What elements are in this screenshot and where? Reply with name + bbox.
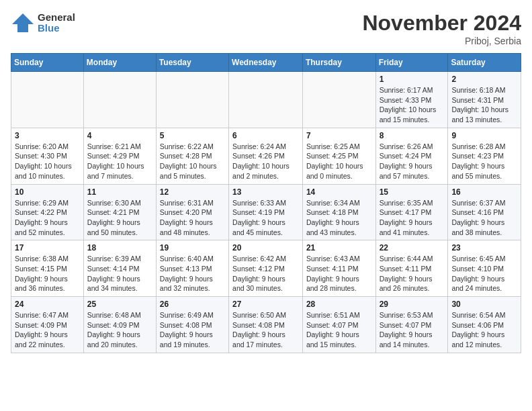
day-info: Sunrise: 6:53 AM Sunset: 4:07 PM Dayligh… [380,310,445,350]
calendar-cell: 28Sunrise: 6:51 AM Sunset: 4:07 PM Dayli… [302,297,375,353]
day-number: 26 [160,300,225,309]
calendar-cell: 22Sunrise: 6:44 AM Sunset: 4:11 PM Dayli… [375,240,448,297]
day-info: Sunrise: 6:39 AM Sunset: 4:14 PM Dayligh… [87,254,152,293]
location: Priboj, Serbia [362,36,521,46]
calendar-cell: 12Sunrise: 6:31 AM Sunset: 4:20 PM Dayli… [156,184,228,240]
calendar-cell: 26Sunrise: 6:49 AM Sunset: 4:08 PM Dayli… [156,297,228,353]
calendar-cell: 17Sunrise: 6:38 AM Sunset: 4:15 PM Dayli… [11,240,84,297]
day-number: 16 [451,187,517,197]
day-info: Sunrise: 6:38 AM Sunset: 4:15 PM Dayligh… [15,254,80,293]
calendar-week-3: 10Sunrise: 6:29 AM Sunset: 4:22 PM Dayli… [11,184,521,240]
calendar-cell: 14Sunrise: 6:34 AM Sunset: 4:18 PM Dayli… [302,184,375,240]
calendar-cell [83,72,156,128]
day-header-thursday: Thursday [302,54,375,72]
day-info: Sunrise: 6:24 AM Sunset: 4:26 PM Dayligh… [232,142,299,181]
day-info: Sunrise: 6:37 AM Sunset: 4:16 PM Dayligh… [451,198,517,238]
day-header-wednesday: Wednesday [229,54,303,72]
day-number: 3 [15,131,80,140]
day-info: Sunrise: 6:35 AM Sunset: 4:17 PM Dayligh… [380,198,445,238]
day-info: Sunrise: 6:47 AM Sunset: 4:09 PM Dayligh… [15,310,80,350]
logo-general-text: General [38,12,75,24]
day-number: 8 [380,131,445,140]
day-info: Sunrise: 6:31 AM Sunset: 4:20 PM Dayligh… [160,198,225,238]
calendar-cell: 23Sunrise: 6:45 AM Sunset: 4:10 PM Dayli… [448,240,521,297]
day-number: 13 [232,187,299,197]
calendar-week-4: 17Sunrise: 6:38 AM Sunset: 4:15 PM Dayli… [11,240,521,297]
day-info: Sunrise: 6:33 AM Sunset: 4:19 PM Dayligh… [232,198,299,238]
day-number: 5 [160,131,225,140]
logo-text: General Blue [38,12,75,34]
day-info: Sunrise: 6:22 AM Sunset: 4:28 PM Dayligh… [160,142,225,181]
day-number: 11 [87,187,152,197]
day-number: 10 [15,187,80,197]
calendar-cell: 9Sunrise: 6:28 AM Sunset: 4:23 PM Daylig… [448,128,521,184]
day-number: 19 [160,243,225,253]
calendar-cell [11,72,84,128]
calendar-week-2: 3Sunrise: 6:20 AM Sunset: 4:30 PM Daylig… [11,128,521,184]
calendar-cell: 13Sunrise: 6:33 AM Sunset: 4:19 PM Dayli… [229,184,303,240]
day-number: 12 [160,187,225,197]
day-info: Sunrise: 6:49 AM Sunset: 4:08 PM Dayligh… [160,310,225,350]
header-row: SundayMondayTuesdayWednesdayThursdayFrid… [11,54,521,72]
calendar-cell: 8Sunrise: 6:26 AM Sunset: 4:24 PM Daylig… [375,128,448,184]
day-info: Sunrise: 6:43 AM Sunset: 4:11 PM Dayligh… [306,254,372,293]
page-header: General Blue November 2024 Priboj, Serbi… [11,11,521,46]
day-number: 27 [232,300,299,309]
day-info: Sunrise: 6:34 AM Sunset: 4:18 PM Dayligh… [306,198,372,238]
day-number: 1 [380,75,445,84]
calendar-week-1: 1Sunrise: 6:17 AM Sunset: 4:33 PM Daylig… [11,72,521,128]
calendar-cell: 15Sunrise: 6:35 AM Sunset: 4:17 PM Dayli… [375,184,448,240]
calendar-cell: 25Sunrise: 6:48 AM Sunset: 4:09 PM Dayli… [83,297,156,353]
day-number: 21 [306,243,372,253]
day-number: 14 [306,187,372,197]
day-info: Sunrise: 6:44 AM Sunset: 4:11 PM Dayligh… [380,254,445,293]
calendar-cell: 11Sunrise: 6:30 AM Sunset: 4:21 PM Dayli… [83,184,156,240]
day-number: 7 [306,131,372,140]
calendar-cell: 21Sunrise: 6:43 AM Sunset: 4:11 PM Dayli… [302,240,375,297]
day-number: 2 [451,75,517,84]
calendar-cell: 20Sunrise: 6:42 AM Sunset: 4:12 PM Dayli… [229,240,303,297]
day-number: 9 [451,131,517,140]
day-number: 30 [451,300,517,309]
day-header-friday: Friday [375,54,448,72]
svg-marker-0 [12,13,34,32]
calendar-week-5: 24Sunrise: 6:47 AM Sunset: 4:09 PM Dayli… [11,297,521,353]
calendar-cell: 29Sunrise: 6:53 AM Sunset: 4:07 PM Dayli… [375,297,448,353]
day-number: 24 [15,300,80,309]
calendar-cell: 2Sunrise: 6:18 AM Sunset: 4:31 PM Daylig… [448,72,521,128]
day-info: Sunrise: 6:17 AM Sunset: 4:33 PM Dayligh… [380,85,445,125]
day-info: Sunrise: 6:40 AM Sunset: 4:13 PM Dayligh… [160,254,225,293]
day-info: Sunrise: 6:48 AM Sunset: 4:09 PM Dayligh… [87,310,152,350]
calendar-cell: 16Sunrise: 6:37 AM Sunset: 4:16 PM Dayli… [448,184,521,240]
day-info: Sunrise: 6:20 AM Sunset: 4:30 PM Dayligh… [15,142,80,181]
day-info: Sunrise: 6:25 AM Sunset: 4:25 PM Dayligh… [306,142,372,181]
day-number: 20 [232,243,299,253]
calendar-cell: 5Sunrise: 6:22 AM Sunset: 4:28 PM Daylig… [156,128,228,184]
day-info: Sunrise: 6:51 AM Sunset: 4:07 PM Dayligh… [306,310,372,350]
calendar-cell: 19Sunrise: 6:40 AM Sunset: 4:13 PM Dayli… [156,240,228,297]
day-info: Sunrise: 6:42 AM Sunset: 4:12 PM Dayligh… [232,254,299,293]
day-number: 22 [380,243,445,253]
day-number: 15 [380,187,445,197]
day-info: Sunrise: 6:30 AM Sunset: 4:21 PM Dayligh… [87,198,152,238]
day-header-tuesday: Tuesday [156,54,228,72]
day-number: 17 [15,243,80,253]
day-info: Sunrise: 6:28 AM Sunset: 4:23 PM Dayligh… [451,142,517,181]
calendar-cell: 3Sunrise: 6:20 AM Sunset: 4:30 PM Daylig… [11,128,84,184]
calendar-cell [229,72,303,128]
calendar-cell: 24Sunrise: 6:47 AM Sunset: 4:09 PM Dayli… [11,297,84,353]
calendar-cell: 1Sunrise: 6:17 AM Sunset: 4:33 PM Daylig… [375,72,448,128]
day-info: Sunrise: 6:45 AM Sunset: 4:10 PM Dayligh… [451,254,517,293]
calendar-cell: 10Sunrise: 6:29 AM Sunset: 4:22 PM Dayli… [11,184,84,240]
day-info: Sunrise: 6:54 AM Sunset: 4:06 PM Dayligh… [451,310,517,350]
day-info: Sunrise: 6:29 AM Sunset: 4:22 PM Dayligh… [15,198,80,238]
day-number: 23 [451,243,517,253]
calendar-cell: 6Sunrise: 6:24 AM Sunset: 4:26 PM Daylig… [229,128,303,184]
day-number: 28 [306,300,372,309]
day-number: 6 [232,131,299,140]
calendar-cell: 30Sunrise: 6:54 AM Sunset: 4:06 PM Dayli… [448,297,521,353]
day-info: Sunrise: 6:18 AM Sunset: 4:31 PM Dayligh… [451,85,517,125]
day-header-monday: Monday [83,54,156,72]
month-title: November 2024 [362,11,521,36]
calendar-body: 1Sunrise: 6:17 AM Sunset: 4:33 PM Daylig… [11,72,521,353]
